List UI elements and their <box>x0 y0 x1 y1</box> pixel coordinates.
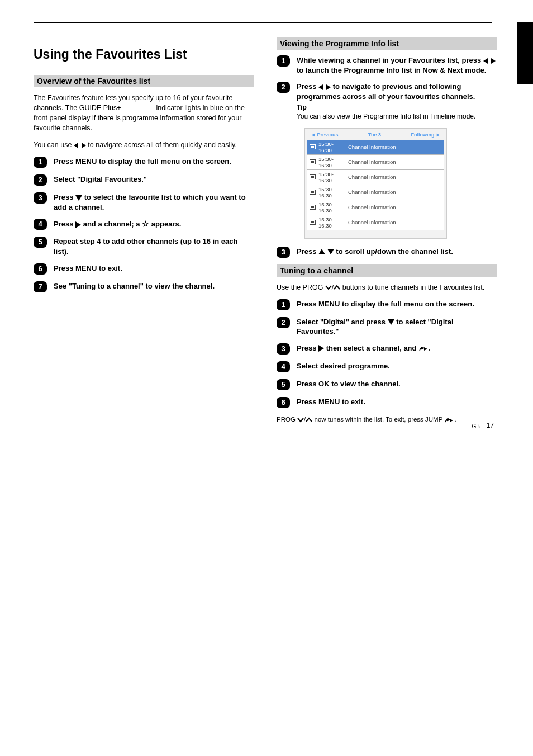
svg-marker-1 <box>74 143 78 148</box>
t-step-1: 1 Press MENU to display the full menu on… <box>277 299 497 310</box>
step-1: 1 Press MENU to display the full menu on… <box>34 157 254 168</box>
t-step-5: 5 Press OK to view the channel. <box>277 379 497 390</box>
svg-marker-29 <box>318 249 325 254</box>
lr-navigation-note: You can use to navigate across all of th… <box>34 140 254 150</box>
t-step-3: 3 Press then select a channel, and . <box>277 343 497 355</box>
svg-text:3: 3 <box>281 344 285 353</box>
programme-row: 15:30-16:30 Channel Information <box>307 200 444 215</box>
svg-point-39 <box>421 347 423 349</box>
step-badge-4: 4 <box>34 219 47 230</box>
r-step-1: 1 While viewing a channel in your Favour… <box>277 55 497 75</box>
svg-text:7: 7 <box>38 282 42 291</box>
svg-marker-2 <box>82 143 86 148</box>
chevron-up-icon <box>334 285 340 290</box>
svg-text:2: 2 <box>281 318 285 327</box>
svg-text:5: 5 <box>38 238 42 246</box>
svg-marker-22 <box>491 58 496 64</box>
step-badge-1: 1 <box>277 299 290 310</box>
svg-text:2: 2 <box>38 176 42 184</box>
step-badge-2: 2 <box>277 82 290 93</box>
guideplus-icon <box>123 105 154 112</box>
section-heading-programme-info: Viewing the Programme Info list <box>277 37 497 50</box>
svg-marker-38 <box>318 345 324 352</box>
svg-text:4: 4 <box>38 220 42 228</box>
step-badge-2: 2 <box>34 174 47 186</box>
tv-icon <box>310 144 316 149</box>
programme-list-header: ◄ Previous Tue 3 Following ► <box>307 131 444 140</box>
tuning-intro: Use the PROG / buttons to tune channels … <box>277 282 497 292</box>
programme-list-mock: ◄ Previous Tue 3 Following ► 15:30-16:30… <box>304 128 447 239</box>
tv-icon <box>310 190 316 195</box>
step-badge-5: 5 <box>277 379 290 390</box>
step-7: 7 See "Tuning to a channel" to view the … <box>34 281 254 292</box>
svg-marker-12 <box>75 221 81 228</box>
tv-icon <box>310 220 316 225</box>
t-step-2: 2 Select "Digital" and press to select "… <box>277 317 497 337</box>
jump-icon <box>444 417 454 423</box>
right-arrow-icon <box>75 221 81 228</box>
svg-text:6: 6 <box>38 264 42 273</box>
svg-rect-0 <box>123 105 154 112</box>
chevron-down-icon <box>325 285 332 290</box>
svg-marker-9 <box>75 195 82 201</box>
step-5: 5 Repeat step 4 to add other channels (u… <box>34 237 254 256</box>
step-badge-3: 3 <box>277 343 290 355</box>
programme-row: 15:30-16:30 Channel Information <box>307 170 444 185</box>
t-step-6: 6 Press MENU to exit. <box>277 397 497 408</box>
step-3: 3 Press to select the favourite list to … <box>34 192 254 212</box>
triangle-left-icon: ◄ <box>311 132 316 138</box>
tv-icon <box>310 159 316 164</box>
chevron-up-icon <box>306 417 312 423</box>
step-badge-5: 5 <box>34 237 47 248</box>
step-4: 4 Press and a channel; a ☆ appears. <box>34 219 254 230</box>
r-step-2: 2 Press to navigate to previous and foll… <box>277 82 497 121</box>
page-label: GB <box>472 423 480 429</box>
step-badge-6: 6 <box>34 263 47 275</box>
step-badge-3: 3 <box>34 192 47 204</box>
step-badge-2: 2 <box>277 317 290 328</box>
jump-icon <box>418 345 429 352</box>
triangle-right-icon: ► <box>436 132 441 138</box>
page-number: 17 <box>487 422 494 429</box>
step-6: 6 Press MENU to exit. <box>34 263 254 275</box>
svg-text:3: 3 <box>281 248 285 256</box>
section-heading-tuning: Tuning to a channel <box>277 264 497 277</box>
side-tab <box>517 22 533 84</box>
svg-marker-35 <box>388 319 394 325</box>
svg-text:1: 1 <box>281 56 285 65</box>
left-right-arrow-icon <box>318 84 331 90</box>
up-arrow-icon <box>318 249 325 254</box>
svg-marker-26 <box>326 84 331 90</box>
svg-marker-21 <box>483 58 488 64</box>
down-arrow-icon <box>327 249 334 254</box>
down-arrow-icon <box>75 195 82 201</box>
right-arrow-icon <box>318 345 324 352</box>
left-right-arrow-icon <box>483 58 496 64</box>
right-column: Viewing the Programme Info list 1 While … <box>277 34 497 424</box>
svg-text:3: 3 <box>38 193 42 202</box>
step-badge-6: 6 <box>277 397 290 408</box>
left-right-arrow-icon <box>74 143 86 148</box>
svg-marker-40 <box>424 347 427 351</box>
svg-text:6: 6 <box>281 398 285 407</box>
page-title: Using the Favourites List <box>34 46 254 63</box>
tuning-footnote: PROG / now tunes within the list. To exi… <box>277 415 497 424</box>
svg-marker-30 <box>327 249 334 254</box>
programme-row: 15:30-16:30 Channel Information <box>307 185 444 200</box>
step-badge-1: 1 <box>34 157 47 168</box>
svg-point-47 <box>446 419 449 421</box>
r-step-3: 3 Press to scroll up/down the channel li… <box>277 247 497 258</box>
down-arrow-icon <box>388 319 394 325</box>
svg-marker-25 <box>318 84 323 90</box>
svg-text:5: 5 <box>281 380 285 389</box>
svg-text:2: 2 <box>281 83 285 91</box>
step-badge-4: 4 <box>277 361 290 372</box>
programme-row: 15:30-16:30 Channel Information <box>307 140 444 155</box>
section-heading-favourites-overview: Overview of the Favourites list <box>34 75 254 87</box>
svg-text:4: 4 <box>281 362 285 371</box>
programme-row: 15:30-16:30 Channel Information <box>307 215 444 230</box>
star-icon: ☆ <box>142 219 149 228</box>
programme-row: 15:30-16:30 Channel Information <box>307 155 444 170</box>
intro-text: The Favourites feature lets you specify … <box>34 93 254 134</box>
tv-icon <box>310 174 316 179</box>
